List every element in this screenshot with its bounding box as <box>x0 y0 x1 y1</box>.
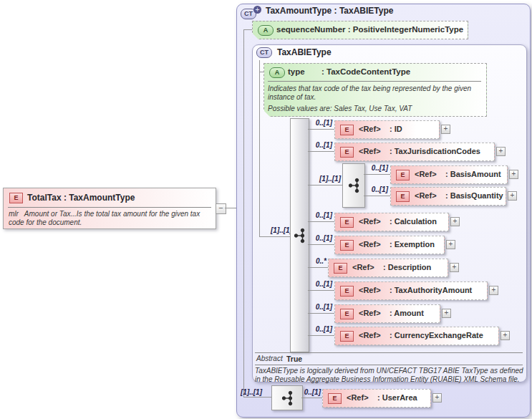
element-name: : BasisQuantity <box>445 191 503 200</box>
connector-line <box>243 29 252 30</box>
element-badge: E <box>340 217 354 228</box>
connector-line <box>259 60 260 236</box>
multiplicity-label: 0..[1] <box>309 119 332 127</box>
sequence-bar[interactable] <box>290 118 309 352</box>
expand-icon[interactable]: + <box>450 263 459 272</box>
multiplicity-label: 0..* <box>304 257 327 265</box>
element-badge: E <box>334 263 347 274</box>
attribute-type: : TaxCodeContentType <box>321 67 410 76</box>
element-row-exemption[interactable]: E <Ref> : Exemption <box>334 236 445 254</box>
element-row-userarea[interactable]: E <Ref> : UserArea <box>322 389 431 408</box>
expand-icon[interactable]: + <box>446 240 455 249</box>
expand-icon[interactable]: + <box>441 125 450 134</box>
element-badge: E <box>340 286 354 297</box>
connector-line <box>308 129 334 130</box>
multiplicity-label: 0..[1] <box>309 325 332 333</box>
element-badge: E <box>328 393 342 404</box>
connector-line <box>308 185 342 186</box>
element-row-basisamount[interactable]: E <Ref> : BasisAmount <box>390 165 508 184</box>
complextype-title: TaxABIEType <box>277 47 332 57</box>
element-name: : Exemption <box>390 240 435 249</box>
attribute-label: sequenceNumber : PositiveIntegerNumericT… <box>276 25 463 34</box>
expand-icon[interactable]: + <box>500 331 510 340</box>
complextype-title: TaxAmountType : TaxABIEType <box>266 6 393 16</box>
multiplicity-label: 0..[1] <box>309 303 332 311</box>
connector-line <box>308 267 328 268</box>
complex-type-badge: CT <box>256 47 272 58</box>
connector-line <box>308 335 334 336</box>
element-row-taxjurisdicationcodes[interactable]: E <Ref> : TaxJurisdicationCodes <box>334 143 495 161</box>
connector-line <box>243 29 244 398</box>
element-ref: <Ref> <box>359 331 381 339</box>
divider <box>8 207 211 208</box>
element-name: : BasisAmount <box>445 170 501 178</box>
element-row-description[interactable]: E <Ref> : Description <box>328 259 448 277</box>
connector-line <box>308 313 334 314</box>
connector-line <box>364 196 390 196</box>
divider <box>268 81 481 82</box>
abstract-value: True <box>286 355 302 363</box>
element-badge: E <box>340 331 354 342</box>
element-box-totaltax[interactable]: E TotalTax : TaxAmountType mlr Amount or… <box>3 188 216 229</box>
element-name: : ID <box>390 125 402 133</box>
expand-icon[interactable]: + <box>432 393 442 403</box>
multiplicity-label: 0..[1] <box>309 141 332 149</box>
divider <box>255 365 523 365</box>
element-row-currencyexchangerate[interactable]: E <Ref> : CurrencyExchangeRate <box>334 327 499 345</box>
element-ref: <Ref> <box>359 240 381 249</box>
expand-icon[interactable]: + <box>450 217 460 226</box>
element-name: : Amount <box>390 309 424 317</box>
element-row-amount[interactable]: E <Ref> : Amount <box>334 304 440 323</box>
expand-icon[interactable]: + <box>508 191 517 201</box>
connector-line <box>364 174 390 175</box>
expand-icon[interactable]: + <box>496 147 506 156</box>
element-doc: mlr Amount or Tax...Is the total tax amo… <box>9 210 212 227</box>
element-row-calculation[interactable]: E <Ref> : Calculation <box>334 213 449 231</box>
element-name: : TaxAuthorityAmount <box>390 286 472 294</box>
element-badge: E <box>340 240 354 251</box>
multiplicity-label: 0..[1] <box>365 164 388 172</box>
attribute-name: type <box>288 67 305 76</box>
element-ref: <Ref> <box>415 170 437 178</box>
element-badge: E <box>340 147 354 158</box>
model-group-box[interactable] <box>342 163 365 208</box>
element-row-taxauthorityamount[interactable]: E <Ref> : TaxAuthorityAmount <box>334 281 488 300</box>
complex-type-badge: CT+ <box>241 6 261 19</box>
element-title: TotalTax : TaxAmountType <box>27 193 135 203</box>
multiplicity-label: 0..[1] <box>309 211 332 219</box>
connector-line <box>259 236 290 237</box>
multiplicity-label: 0..[1] <box>365 186 388 193</box>
connector-line <box>308 244 334 245</box>
multiplicity-label: 0..[1] <box>309 280 332 288</box>
element-ref: <Ref> <box>359 309 381 317</box>
extension-plus-icon: + <box>253 6 261 14</box>
element-ref: <Ref> <box>359 286 381 294</box>
element-ref: <Ref> <box>359 125 381 133</box>
element-badge: E <box>396 170 410 180</box>
element-ref: <Ref> <box>352 263 374 271</box>
sequence-icon <box>294 228 306 244</box>
sequence-icon <box>348 178 360 193</box>
element-row-id[interactable]: E <Ref> : ID <box>334 120 440 139</box>
multiplicity-label: [1]..[1] <box>311 175 341 183</box>
multiplicity-label: [1]..[1] <box>241 388 271 396</box>
collapse-icon[interactable]: − <box>216 203 226 214</box>
connector-line <box>243 397 271 398</box>
schema-diagram: E TotalTax : TaxAmountType mlr Amount or… <box>0 0 532 419</box>
attribute-box-type[interactable]: A type : TaxCodeContentType Indicates th… <box>263 63 487 117</box>
element-ref: <Ref> <box>359 217 381 226</box>
expand-icon[interactable]: + <box>442 309 451 318</box>
element-row-basisquantity[interactable]: E <Ref> : BasisQuantity <box>390 187 506 206</box>
element-name: : TaxJurisdicationCodes <box>390 147 480 155</box>
connector-line <box>308 221 334 222</box>
expand-icon[interactable]: + <box>509 170 518 179</box>
element-ref: <Ref> <box>359 147 381 155</box>
connector-line <box>301 398 322 398</box>
attribute-badge: A <box>258 25 274 36</box>
divider <box>255 352 523 353</box>
attribute-box-sequencenumber[interactable]: A sequenceNumber : PositiveIntegerNumeri… <box>252 21 468 39</box>
element-name: : CurrencyExchangeRate <box>390 331 483 339</box>
element-ref: <Ref> <box>415 191 437 200</box>
multiplicity-label: [1]..[1] <box>263 226 292 234</box>
expand-icon[interactable]: + <box>489 286 498 295</box>
